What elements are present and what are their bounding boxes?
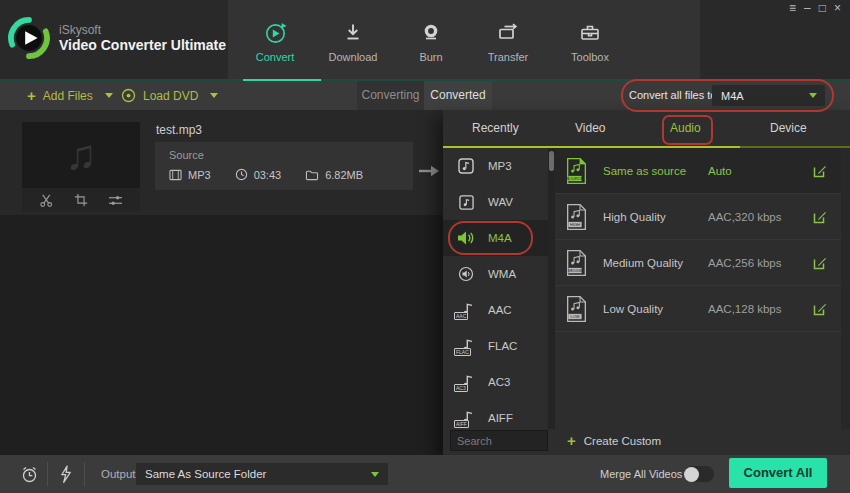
load-dvd-label: Load DVD [143,89,198,103]
source-info-card: Source MP3 03:43 [155,142,413,190]
nav-label-transfer: Transfer [476,51,540,63]
source-label: Source [169,149,413,161]
toggle-knob [684,467,699,482]
chevron-down-icon [809,93,817,98]
maximize-icon[interactable]: □ [819,1,826,15]
nav-tab-transfer[interactable]: Transfer [476,20,540,63]
quality-row-medium[interactable]: MEDIUM Medium Quality AAC,256 kbps [555,240,841,286]
format-item-m4a[interactable]: M4A [443,220,548,256]
audio-file-icon: LOW [565,295,589,323]
app-window: iSkysoft Video Converter Ultimate ≡ – □ … [0,0,850,493]
burn-icon [399,20,463,46]
close-icon[interactable]: × [834,1,841,15]
edit-settings-icon[interactable] [813,210,827,228]
edit-settings-icon[interactable] [813,256,827,274]
tab-recently[interactable]: Recently [472,110,519,146]
nav-label-download: Download [321,51,385,63]
note-badge-icon: AAC [456,301,476,319]
quality-row-low[interactable]: LOW Low Quality AAC,128 kbps [555,286,841,332]
nav-tab-toolbox[interactable]: Toolbox [558,20,622,63]
panel-scrollbar[interactable] [841,148,850,429]
format-list-scrollbar[interactable] [548,148,555,429]
nav-label-burn: Burn [399,51,463,63]
nav-tab-burn[interactable]: Burn [399,20,463,63]
svg-text:HIGH: HIGH [570,221,580,226]
edit-settings-icon[interactable] [813,302,827,320]
toolbox-icon [558,20,622,46]
speaker-circle-icon [456,265,476,283]
folder-icon [305,169,319,181]
load-dvd-button[interactable]: Load DVD [121,81,218,110]
file-tools [22,188,140,212]
toolbar: + Add Files Load DVD Converting Converte… [0,81,850,110]
trim-scissors-icon[interactable] [39,193,54,208]
tab-audio[interactable]: Audio [670,110,701,146]
header: iSkysoft Video Converter Ultimate ≡ – □ … [0,0,850,79]
transfer-icon [476,20,540,46]
minimize-icon[interactable]: – [804,1,811,15]
add-files-button[interactable]: + Add Files [27,81,113,110]
footer-bar: Output Same As Source Folder Merge All V… [0,455,850,493]
chevron-down-icon[interactable] [210,93,218,98]
quality-list: SOURCE Same as source Auto [555,148,841,332]
file-name: test.mp3 [156,123,202,137]
media-file-icon [169,169,182,181]
convert-all-button[interactable]: Convert All [729,458,827,488]
note-square-icon [456,157,476,175]
menu-icon[interactable]: ≡ [789,1,796,15]
create-custom-button[interactable]: + Create Custom [567,430,661,451]
quality-row-same-as-source[interactable]: SOURCE Same as source Auto [555,148,841,194]
nav-tab-convert[interactable]: Convert [243,20,307,63]
divider [84,462,85,486]
tab-converted[interactable]: Converted [424,81,492,110]
file-thumbnail[interactable]: ♫ [22,122,140,212]
logo-icon [8,17,50,59]
merge-toggle[interactable] [684,466,714,482]
convert-arrow-icon [418,164,440,182]
source-format: MP3 [169,169,211,181]
nav-tab-download[interactable]: Download [321,20,385,63]
svg-text:MEDIUM: MEDIUM [568,268,582,272]
edit-settings-icon[interactable] [813,164,827,182]
output-label: Output [101,455,136,493]
create-custom-label: Create Custom [584,435,661,447]
schedule-alarm-icon[interactable] [20,465,39,488]
convert-icon [243,20,307,46]
music-note-icon: ♫ [22,122,140,188]
search-input[interactable] [450,430,548,451]
clock-icon [235,168,248,181]
tab-device[interactable]: Device [770,110,807,146]
output-folder-value: Same As Source Folder [136,468,371,480]
plus-icon: + [567,434,576,448]
format-item-flac[interactable]: FLAC FLAC [443,328,548,364]
format-item-mp3[interactable]: MP3 [443,148,548,184]
tab-video[interactable]: Video [575,110,605,146]
header-divider [0,79,850,81]
window-controls: ≡ – □ × [789,1,841,15]
quality-row-high[interactable]: HIGH High Quality AAC,320 kbps [555,194,841,240]
plus-icon: + [27,89,36,103]
active-tab-indicator [243,79,321,81]
chevron-down-icon[interactable] [105,93,113,98]
high-speed-icon[interactable] [58,465,73,488]
crop-icon[interactable] [74,193,88,207]
output-folder-dropdown[interactable]: Same As Source Folder [136,463,388,485]
convert-all-files-label: Convert all files to: [629,81,719,110]
format-item-aac[interactable]: AAC AAC [443,292,548,328]
format-panel: Recently Video Audio Device MP3 [443,110,850,455]
format-item-wav[interactable]: WAV [443,184,548,220]
note-badge-icon: FLAC [456,337,476,355]
tab-converting[interactable]: Converting [357,81,424,110]
format-item-aiff[interactable]: AIFF AIFF [443,400,548,429]
format-item-ac3[interactable]: AC3 AC3 [443,364,548,400]
source-duration: 03:43 [235,168,282,181]
speaker-icon [456,229,476,247]
note-badge-icon: AC3 [456,373,476,391]
dvd-icon [121,88,136,103]
app-logo: iSkysoft Video Converter Ultimate [8,17,226,59]
settings-sliders-icon[interactable] [108,194,123,207]
source-size: 6.82MB [305,169,363,181]
scrollbar-thumb[interactable] [549,151,554,171]
format-item-wma[interactable]: WMA [443,256,548,292]
output-format-dropdown[interactable]: M4A [712,85,825,106]
